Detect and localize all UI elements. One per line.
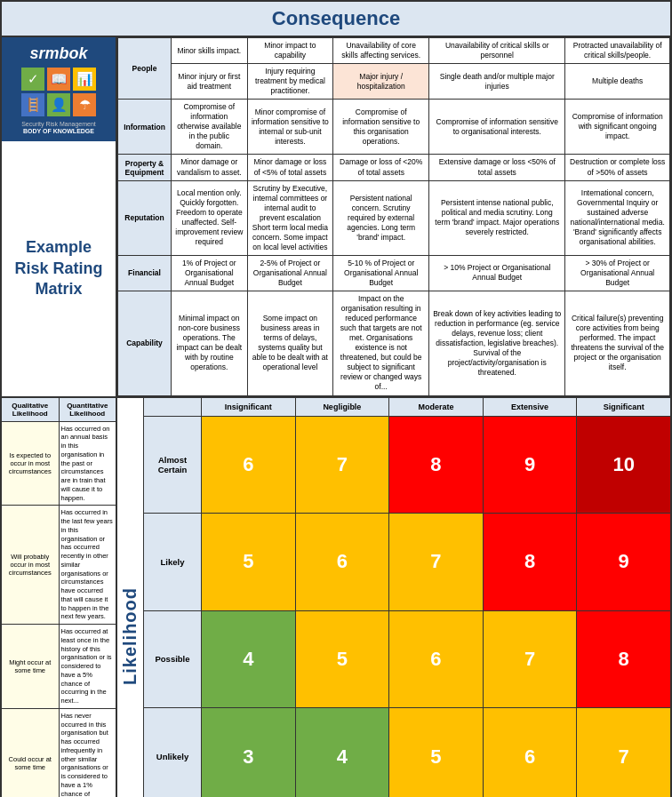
matrix-col-insignificant: Insignificant — [202, 398, 296, 416]
cell-p1-1: Minor skills impact. — [172, 38, 248, 64]
table-row: Minor injury or first aid treatment Inju… — [118, 64, 670, 100]
person-icon: 👤 — [47, 93, 70, 116]
book-icon: 📖 — [47, 68, 70, 91]
cell-c-1: Minimal impact on non-core business oper… — [172, 291, 248, 395]
quant-cell-1: Has occurred on an annual basis in this … — [60, 422, 116, 506]
likelihood-name-likely: Likely — [144, 514, 202, 610]
matrix-cell-l-1: 5 — [202, 514, 296, 610]
table-row: Financial 1% of Project or Organisationa… — [118, 255, 670, 291]
qual-header: Qualitative Likelihood — [2, 398, 60, 421]
likelihood-row-4: Could occur at some time Has never occur… — [2, 709, 116, 797]
logo-subtitle2: BODY OF KNOWLEDGE — [9, 128, 108, 134]
likelihood-rows: Is expected to occur in most circumstanc… — [2, 422, 116, 798]
category-property: Property & Equipment — [118, 155, 172, 180]
category-financial: Financial — [118, 255, 172, 291]
matrix-cell-u-3: 5 — [389, 708, 484, 797]
cell-c-3: Impact on the organisation resulting in … — [333, 291, 429, 395]
cell-r-4: Persistent intense national public, poli… — [429, 180, 565, 255]
cell-p2-4: Single death and/or multiple major injur… — [429, 64, 565, 100]
matrix-empty-header — [144, 398, 202, 416]
likelihood-row-1: Is expected to occur in most circumstanc… — [2, 422, 116, 506]
consequence-header: Consequence — [2, 2, 670, 37]
cell-pe-5: Destruction or complete loss of >50% of … — [565, 155, 670, 180]
table-row: Reputation Local mention only. Quickly f… — [118, 180, 670, 255]
matrix-cell-p-1: 4 — [202, 611, 296, 708]
matrix-col-extensive: Extensive — [484, 398, 578, 416]
cell-r-2: Scrutiny by Executive, internal committe… — [247, 180, 333, 255]
table-row: Capability Minimal impact on non-core bu… — [118, 291, 670, 395]
matrix-cell-p-5: 8 — [577, 611, 670, 708]
matrix-col-headers: Insignificant Negligible Moderate Extens… — [144, 398, 670, 417]
cell-i-3: Compromise of information sensitive to t… — [333, 100, 429, 155]
matrix-row-possible: Possible 4 5 6 7 8 — [144, 611, 670, 709]
logo-subtitle1: Security Risk Management — [9, 120, 108, 128]
cell-i-4: Compromise of information sensitive to o… — [429, 100, 565, 155]
title-line1: Example — [26, 238, 92, 256]
category-information: Information — [118, 100, 172, 155]
cell-f-2: 2-5% of Project or Organisational Annual… — [247, 255, 333, 291]
matrix-col-negligible: Negligible — [296, 398, 390, 416]
cell-f-4: > 10% Project or Organisational Annual B… — [429, 255, 565, 291]
left-panel: srmbok ✓ 📖 📊 🪜 👤 ☂ Security Risk Managem… — [2, 37, 117, 396]
matrix-cell-u-5: 7 — [577, 708, 670, 797]
main-container: Consequence srmbok ✓ 📖 📊 🪜 👤 ☂ Security … — [0, 0, 672, 797]
cell-f-3: 5-10 % of Project or Organisational Annu… — [333, 255, 429, 291]
qual-cell-2: Will probably occur in most circumstance… — [2, 506, 60, 624]
likelihood-name-possible: Possible — [144, 611, 202, 708]
matrix-cell-l-3: 7 — [389, 514, 484, 610]
matrix-area: Insignificant Negligible Moderate Extens… — [144, 398, 670, 798]
ladder-icon: 🪜 — [21, 93, 44, 116]
matrix-col-significant: Significant — [577, 398, 670, 416]
cell-pe-1: Minor damage or vandalism to asset. — [172, 155, 248, 180]
likelihood-label-col: Qualitative Likelihood Quantitative Like… — [2, 398, 117, 798]
check-icon: ✓ — [21, 68, 44, 91]
matrix-cell-u-2: 4 — [296, 708, 390, 797]
matrix-cell-ac-4: 9 — [484, 417, 578, 514]
cell-i-5: Compromise of information with significa… — [565, 100, 670, 155]
likelihood-label: Likelihood — [120, 587, 140, 685]
matrix-row-unlikely: Unlikely 3 4 5 6 7 — [144, 708, 670, 797]
logo-text: srmbok — [9, 44, 108, 63]
category-people: People — [118, 38, 172, 100]
likelihood-vertical-col: Likelihood ↑ — [117, 398, 144, 798]
bottom-section: Qualitative Likelihood Quantitative Like… — [2, 396, 670, 798]
matrix-cell-l-2: 6 — [296, 514, 390, 610]
table-row: Property & Equipment Minor damage or van… — [118, 155, 670, 180]
category-reputation: Reputation — [118, 180, 172, 255]
matrix-cell-p-3: 6 — [389, 611, 484, 708]
consequence-table: People Minor skills impact. Minor impact… — [117, 37, 670, 396]
cell-p2-3: Major injury / hospitalization — [333, 64, 429, 100]
consequence-label: Consequence — [272, 7, 400, 29]
table-row: People Minor skills impact. Minor impact… — [118, 38, 670, 64]
qual-cell-1: Is expected to occur in most circumstanc… — [2, 422, 60, 506]
title-text: Example Risk Rating Matrix — [14, 237, 102, 299]
cell-pe-3: Damage or loss of <20% of total assets — [333, 155, 429, 180]
cell-i-2: Minor compromise of information sensitiv… — [247, 100, 333, 155]
qual-cell-4: Could occur at some time — [2, 709, 60, 797]
likelihood-name-almost-certain: Almost Certain — [144, 417, 202, 514]
cell-c-2: Some impact on business areas in terms o… — [247, 291, 333, 395]
cell-c-5: Critical failure(s) preventing core acti… — [565, 291, 670, 395]
matrix-cell-l-4: 8 — [484, 514, 578, 610]
cell-r-5: International concern, Governmental Inqu… — [565, 180, 670, 255]
quant-header: Quantitative Likelihood — [60, 398, 116, 421]
matrix-cell-ac-3: 8 — [389, 417, 484, 514]
cell-p2-1: Minor injury or first aid treatment — [172, 64, 248, 100]
matrix-rows: Almost Certain 6 7 8 9 10 Likely 5 6 7 8 — [144, 417, 670, 798]
cell-p1-3: Unavailability of core skills affecting … — [333, 38, 429, 64]
quant-cell-3: Has occurred at least once in the histor… — [60, 625, 116, 708]
title-area: Example Risk Rating Matrix — [7, 141, 109, 395]
likelihood-name-unlikely: Unlikely — [144, 708, 202, 797]
matrix-row-almost-certain: Almost Certain 6 7 8 9 10 — [144, 417, 670, 514]
matrix-cell-u-4: 6 — [484, 708, 578, 797]
matrix-col-moderate: Moderate — [389, 398, 484, 416]
likelihood-row-3: Might occur at some time Has occurred at… — [2, 625, 116, 709]
cell-r-3: Persistent national concern. Scrutiny re… — [333, 180, 429, 255]
cell-p1-2: Minor impact to capability — [247, 38, 333, 64]
likelihood-row-2: Will probably occur in most circumstance… — [2, 506, 116, 625]
category-capability: Capability — [118, 291, 172, 395]
consequence-section: People Minor skills impact. Minor impact… — [117, 37, 670, 396]
cell-r-1: Local mention only. Quickly forgotten. F… — [172, 180, 248, 255]
cell-pe-4: Extensive damage or loss <50% of total a… — [429, 155, 565, 180]
cell-f-5: > 30% of Project or Organisational Annua… — [565, 255, 670, 291]
